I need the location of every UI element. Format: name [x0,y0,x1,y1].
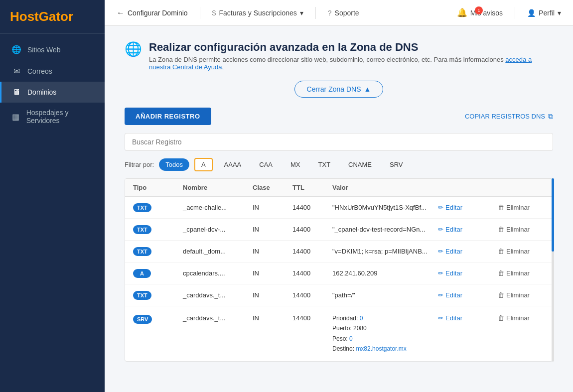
col-tipo: Tipo [133,184,183,191]
record-name: _carddavs._t... [183,313,253,322]
sidebar-label-hospedajes: Hospedajes y Servidores [26,109,95,125]
filter-txt[interactable]: TXT [312,158,337,171]
record-class: IN [253,226,292,233]
trash-icon: 🗑 [498,314,504,322]
table-row: TXT _carddavs._t... IN 14400 "path=/" ✏ … [125,284,553,306]
back-label: Configurar Dominio [128,9,188,17]
record-type-badge: TXT [133,225,151,234]
record-value: 162.241.60.209 [332,269,435,277]
record-class: IN [253,291,292,299]
edit-button[interactable]: ✏ Editar [435,203,495,212]
scrollbar-thumb[interactable] [552,178,554,252]
edit-button[interactable]: ✏ Editar [435,247,495,256]
filter-a[interactable]: A [194,158,213,171]
sidebar: HostGator 🌐 Sitios Web ✉ Correos 🖥 Domin… [0,0,105,392]
topnav-separator3 [515,7,515,19]
trash-icon: 🗑 [498,291,504,299]
sidebar-label-sitios-web: Sitios Web [27,46,61,54]
delete-button[interactable]: 🗑 Eliminar [495,247,545,256]
record-type-badge: TXT [133,247,151,256]
filter-caa[interactable]: CAA [253,158,279,171]
globe-icon: 🌐 [11,45,21,54]
profile-chevron-icon: ▾ [558,9,561,17]
support-label: Soporte [335,9,359,17]
edit-button[interactable]: ✏ Editar [435,268,495,278]
delete-button[interactable]: 🗑 Eliminar [495,290,545,300]
close-dns-container: Cerrar Zona DNS ▲ [125,81,553,98]
record-value: "path=/" [332,291,435,299]
search-input[interactable] [125,133,553,151]
support-icon: ? [328,9,332,17]
filter-mx[interactable]: MX [284,158,307,171]
edit-icon: ✏ [438,248,443,255]
dns-title-group: Realizar configuración avanzada en la Zo… [149,41,553,71]
record-name: _acme-challe... [183,204,253,211]
main-area: ← Configurar Dominio $ Facturas y Suscri… [105,0,573,392]
table-row: A cpcalendars.... IN 14400 162.241.60.20… [125,262,553,284]
col-clase: Clase [253,184,292,191]
sidebar-item-sitios-web[interactable]: 🌐 Sitios Web [0,39,105,60]
delete-button[interactable]: 🗑 Eliminar [495,225,545,234]
record-class: IN [253,248,292,255]
record-ttl: 14400 [292,248,332,255]
trash-icon: 🗑 [498,269,504,277]
bell-icon: 🔔 [457,7,467,18]
table-row: TXT default._dom... IN 14400 "v=DKIM1; k… [125,241,553,262]
filter-todos[interactable]: Todos [159,158,189,171]
profile-menu[interactable]: 👤 Perfil ▾ [527,9,561,17]
record-class: IN [253,313,292,322]
edit-icon: ✏ [438,269,443,277]
edit-icon: ✏ [438,314,443,322]
copy-dns-button[interactable]: COPIAR REGISTROS DNS ⧉ [465,112,553,121]
profile-icon: 👤 [527,9,536,17]
back-arrow-icon: ← [117,8,125,17]
sidebar-item-hospedajes[interactable]: ▦ Hospedajes y Servidores [0,103,105,131]
notifications-button[interactable]: 🔔 1 Mis avisos [457,7,503,18]
dns-header: 🌐 Realizar configuración avanzada en la … [125,41,553,71]
billing-label: Facturas y Suscripciones [219,9,296,17]
table-header: Tipo Nombre Clase TTL Valor [125,179,553,197]
delete-button[interactable]: 🗑 Eliminar [495,268,545,278]
filter-aaaa[interactable]: AAAA [218,158,248,171]
content-area: 🌐 Realizar configuración avanzada en la … [105,26,573,392]
copy-icon: ⧉ [548,112,553,121]
trash-icon: 🗑 [498,226,504,233]
edit-button[interactable]: ✏ Editar [435,290,495,300]
delete-button[interactable]: 🗑 Eliminar [495,203,545,212]
topnav: ← Configurar Dominio $ Facturas y Suscri… [105,0,573,26]
copy-dns-label: COPIAR REGISTROS DNS [465,113,545,120]
edit-button[interactable]: ✏ Editar [435,313,495,323]
table-row: SRV _carddavs._t... IN 14400 Prioridad: … [125,306,553,361]
trash-icon: 🗑 [498,248,504,255]
delete-button[interactable]: 🗑 Eliminar [495,313,545,323]
filter-cname[interactable]: CNAME [342,158,378,171]
edit-button[interactable]: ✏ Editar [435,225,495,234]
record-value: "v=DKIM1; k=rsa; p=MIIBIjANB... [332,248,435,255]
dns-actions: AÑADIR REGISTRO COPIAR REGISTROS DNS ⧉ [125,108,553,125]
filter-srv[interactable]: SRV [383,158,410,171]
sidebar-label-correos: Correos [27,67,52,75]
back-button[interactable]: ← Configurar Dominio [117,8,188,17]
billing-menu[interactable]: $ Facturas y Suscripciones ▾ [212,9,303,17]
scrollbar-track [552,178,554,362]
topnav-separator2 [315,7,316,19]
record-ttl: 14400 [292,313,332,322]
billing-icon: $ [212,9,216,17]
record-type-badge: TXT [133,203,151,212]
col-valor: Valor [332,184,435,191]
table-row: TXT _cpanel-dcv-... IN 14400 "_cpanel-dc… [125,219,553,241]
billing-chevron-icon: ▾ [300,9,303,17]
chevron-up-icon: ▲ [364,85,371,93]
monitor-icon: 🖥 [11,88,21,97]
record-name: _cpanel-dcv-... [183,226,253,233]
col-ttl: TTL [292,184,332,191]
record-ttl: 14400 [292,204,332,211]
support-menu[interactable]: ? Soporte [328,9,359,17]
record-ttl: 14400 [292,291,332,299]
record-value: "_cpanel-dcv-test-record=NGn... [332,226,435,233]
sidebar-item-correos[interactable]: ✉ Correos [0,60,105,82]
sidebar-item-dominios[interactable]: 🖥 Dominios [0,82,105,103]
close-dns-button[interactable]: Cerrar Zona DNS ▲ [294,81,384,98]
record-name: _carddavs._t... [183,291,253,299]
add-record-button[interactable]: AÑADIR REGISTRO [125,108,211,125]
